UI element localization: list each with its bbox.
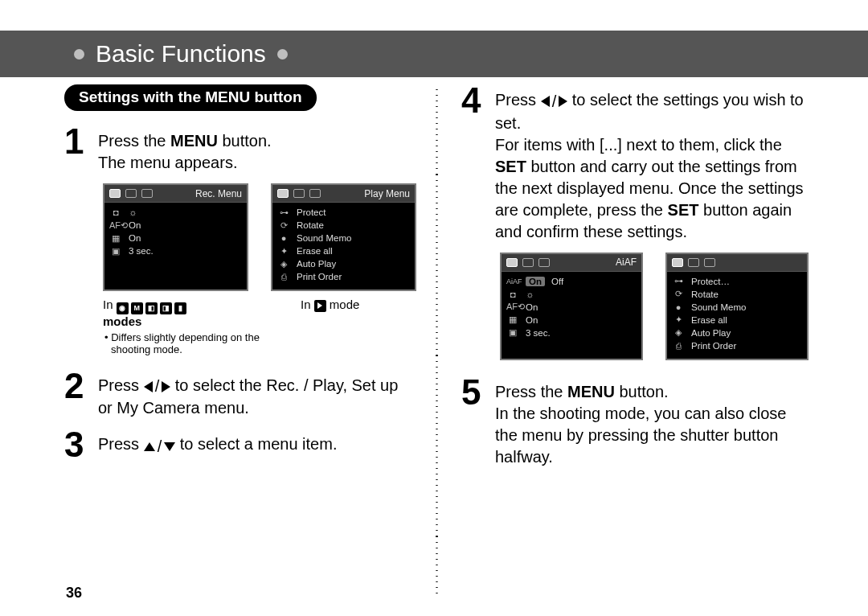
tab-play-icon [277,189,289,198]
text: button. [218,132,272,150]
step-body: Press the MENU button. In the shooting m… [495,376,809,468]
mode-stitch-l-icon: ◧ [145,302,158,314]
caption-text: In [103,298,117,311]
step-5: 5 Press the MENU button. In the shooting… [461,376,809,468]
caption-text: mode [330,298,360,311]
bullet-icon [74,49,84,60]
step-body: Press the MENU button. The menu appears. [98,125,272,174]
figure-row-2: AiAF AiAFOnOff ◘☼ AF⟲On ▦On ▣3 sec. [500,253,809,360]
lcd-row: ▣3 sec. [109,244,242,257]
lcd-row: ⎙Print Order [672,339,802,352]
text: For items with [...] next to them, click… [495,136,782,154]
tab-setup-icon [522,258,534,267]
text: The menu appears. [98,154,237,171]
right-column: 4 Press / to select the settings you wis… [439,84,809,593]
mode-movie-icon: ▮ [174,302,186,314]
lcd-row: ◈Auto Play [277,257,410,270]
caption-note: • Differs slightly depending on the shoo… [103,331,264,355]
text: Press the [495,383,567,400]
caption-text-bold: modes [103,314,141,328]
figure-row-1: Rec. Menu ◘☼ AF⟲On ▦On ▣3 sec. P [103,183,416,291]
text-bold: SET [668,201,699,219]
tab-setup-icon [293,189,305,198]
lcd-row: ▦On [109,232,242,244]
caption-text: In [301,298,314,311]
lcd-row: AF⟲On [506,301,637,314]
tab-setup-icon [141,189,153,198]
page-number: 36 [66,585,82,602]
tab-mycamera-icon [309,189,321,198]
mode-stitch-r-icon: ◨ [160,302,172,314]
lcd-row: ◘☼ [109,206,242,219]
step-2: 2 Press / to select the Rec. / Play, Set… [64,370,416,420]
lcd-title: Rec. Menu [195,188,242,199]
lcd-row: ●Sound Memo [277,232,410,244]
tab-play-icon [672,258,683,267]
caption-left: In ◉ M ◧ ◨ ▮ modes • Differs slightly de… [103,298,264,355]
arrow-up-down-icon: / [144,436,176,458]
mode-play-icon [314,300,326,312]
lcd-row: ⎙Print Order [277,270,410,283]
lcd-title: Play Menu [364,188,410,199]
text-bold: SET [495,158,526,175]
step-3: 3 Press / to select a menu item. [64,429,416,461]
tab-setup-icon [688,258,699,267]
mode-auto-icon: ◉ [117,302,129,314]
lcd-tabs [667,254,807,272]
mode-icons: ◉ M ◧ ◨ ▮ [117,302,186,314]
step-4: 4 Press / to select the settings you wis… [461,84,809,243]
step-body: Press / to select the Rec. / Play, Set u… [98,370,416,420]
lcd-tabs: AiAF [502,254,641,272]
text: In the shooting mode, you can also close… [495,405,786,466]
arrow-left-right-icon: / [144,376,171,397]
caption-right: In mode [301,298,359,355]
step-body: Press / to select a menu item. [98,429,337,461]
lcd-title: AiAF [616,257,637,268]
text: Press [495,91,541,109]
text: button. [615,383,669,400]
chapter-band: Basic Functions [0,31,868,77]
step-number: 2 [64,370,88,420]
text-bold: MENU [567,383,615,400]
chapter-title-text: Basic Functions [96,40,266,68]
bullet-icon [277,49,288,60]
text: Press [98,435,144,453]
lcd-row: ⊶Protect [277,206,410,219]
lcd-rec-menu: Rec. Menu ◘☼ AF⟲On ▦On ▣3 sec. [103,183,248,291]
mode-manual-icon: M [131,302,143,314]
lcd-tabs: Rec. Menu [104,185,247,203]
lcd-row: AiAFOnOff [506,275,637,288]
lcd-play-menu: Play Menu ⊶Protect ⟳Rotate ●Sound Memo ✦… [271,183,416,291]
lcd-body: ◘☼ AF⟲On ▦On ▣3 sec. [104,203,247,280]
lcd-row: ●Sound Memo [672,301,802,314]
tab-play-icon [125,189,137,198]
step-1: 1 Press the MENU button. The menu appear… [64,125,416,174]
lcd-row: ▦On [506,314,637,326]
step-number: 5 [461,376,485,468]
text: Press [98,376,144,394]
step-body: Press / to select the settings you wish … [495,84,809,243]
lcd-aiaf: AiAF AiAFOnOff ◘☼ AF⟲On ▦On ▣3 sec. [500,253,643,360]
section-heading: Settings with the MENU button [64,84,317,111]
lcd-row: ✦Erase all [672,314,802,326]
lcd-tabs: Play Menu [272,185,415,203]
lcd-body: ⊶Protect ⟳Rotate ●Sound Memo ✦Erase all … [272,203,415,290]
lcd-row: AF⟲On [109,219,242,232]
tab-mycamera-icon [538,258,550,267]
lcd-row: ⊶Protect… [672,275,802,288]
lcd-row: ◘☼ [506,288,637,301]
tab-rec-icon [109,189,121,198]
lcd-body: ⊶Protect… ⟳Rotate ●Sound Memo ✦Erase all… [667,272,807,359]
figure-captions: In ◉ M ◧ ◨ ▮ modes • Differs slightly de… [103,298,416,355]
page-content: Settings with the MENU button 1 Press th… [64,84,836,593]
lcd-body: AiAFOnOff ◘☼ AF⟲On ▦On ▣3 sec. [502,272,641,349]
lcd-row: ⟳Rotate [277,219,410,232]
text: to select a menu item. [175,435,337,453]
lcd-row: ▣3 sec. [506,326,637,339]
text: Press the [98,132,170,150]
step-number: 4 [461,84,485,243]
lcd-row: ⟳Rotate [672,288,802,301]
tab-rec-icon [506,258,518,267]
text-bold: MENU [170,132,218,150]
lcd-row: ◈Auto Play [672,326,802,339]
